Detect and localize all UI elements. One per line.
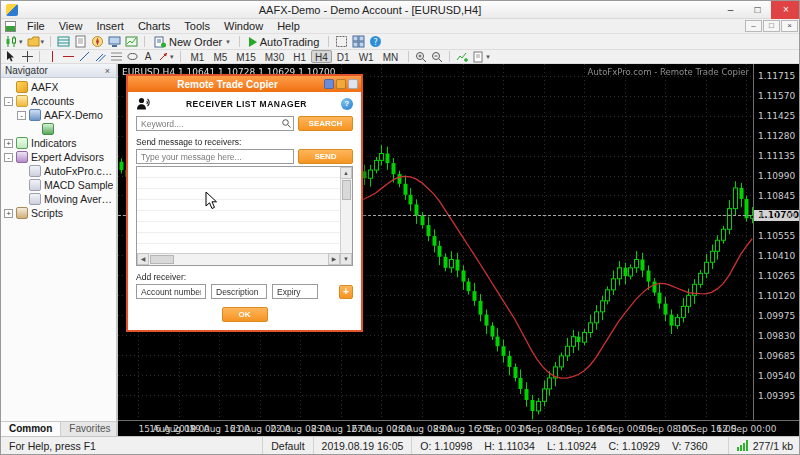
expand-icon[interactable]: +	[4, 209, 13, 218]
collapse-icon[interactable]: -	[4, 97, 13, 106]
expiry-input[interactable]	[272, 284, 318, 299]
expand-icon[interactable]: +	[4, 139, 13, 148]
receiver-listbox[interactable]: ▲ ▼ ◀ ▶	[136, 166, 353, 266]
fibonacci-tool-icon[interactable]	[108, 50, 124, 64]
horizontal-scroll-thumb[interactable]	[150, 255, 174, 264]
chart-minimize-button[interactable]: –	[745, 20, 762, 32]
chart-close-button[interactable]: ×	[781, 20, 798, 32]
scroll-left-icon[interactable]: ◀	[137, 253, 149, 265]
terminal-panel-icon[interactable]	[106, 35, 123, 49]
scroll-up-icon[interactable]: ▲	[340, 167, 352, 179]
search-button[interactable]: SEARCH	[298, 116, 353, 131]
timeframe-m5[interactable]: M5	[209, 50, 231, 63]
help-icon[interactable]: ?	[367, 35, 384, 49]
account-number-input[interactable]	[136, 284, 206, 299]
data-window-icon[interactable]	[72, 35, 89, 49]
timeframe-m30[interactable]: M30	[261, 50, 288, 63]
strategy-tester-icon[interactable]	[123, 35, 140, 49]
tab-common[interactable]: Common	[1, 422, 61, 436]
market-watch-icon[interactable]	[55, 35, 72, 49]
horizontal-scrollbar[interactable]: ◀ ▶	[137, 253, 340, 265]
indicators-list-icon[interactable]	[454, 50, 471, 64]
horizontal-line-tool-icon[interactable]	[60, 50, 76, 64]
timeframe-m15[interactable]: M15	[232, 50, 259, 63]
shapes-tool-icon[interactable]	[124, 50, 140, 64]
minimize-button[interactable]: –	[717, 1, 744, 19]
templates-icon[interactable]: ▾	[471, 50, 492, 64]
tab-favorites[interactable]: Favorites	[61, 422, 119, 436]
menu-file[interactable]: File	[20, 19, 52, 34]
ok-button[interactable]: OK	[222, 307, 268, 322]
navigator-close-icon[interactable]: ×	[103, 66, 112, 76]
navigator-item-account-login[interactable]	[1, 122, 116, 136]
price-axis[interactable]: 1.10700 1.117151.115701.114251.112801.11…	[753, 64, 799, 420]
dialog-minimize-icon[interactable]	[336, 79, 346, 89]
cursor-tool-icon[interactable]	[3, 50, 19, 64]
arrows-tool-icon[interactable]: ▾	[156, 50, 176, 64]
channel-tool-icon[interactable]	[92, 50, 108, 64]
new-chart-icon[interactable]: ▾	[3, 35, 25, 49]
message-input[interactable]	[136, 149, 294, 164]
navigator-item-aafx[interactable]: AAFX	[1, 80, 116, 94]
timeframe-mn[interactable]: MN	[379, 50, 403, 63]
send-button[interactable]: SEND	[298, 149, 353, 164]
price-axis-label: 1.11135	[758, 151, 795, 161]
menu-view[interactable]: View	[52, 19, 90, 34]
timeframe-h4[interactable]: H4	[311, 50, 332, 63]
menu-help[interactable]: Help	[270, 19, 307, 34]
dialog-close-icon[interactable]	[348, 79, 358, 89]
vertical-scroll-thumb[interactable]	[342, 180, 351, 200]
keyword-search-input[interactable]	[136, 116, 294, 131]
dialog-settings-icon[interactable]	[324, 79, 334, 89]
chart-restore-button[interactable]: □	[763, 20, 780, 32]
search-row: SEARCH	[136, 116, 353, 131]
timeframe-d1[interactable]: D1	[333, 50, 354, 63]
menu-charts[interactable]: Charts	[131, 19, 177, 34]
timeframe-h1[interactable]: H1	[289, 50, 310, 63]
menu-insert[interactable]: Insert	[89, 19, 131, 34]
status-profile[interactable]: Default	[263, 437, 313, 455]
navigator-item-macd-sample[interactable]: MACD Sample	[1, 178, 116, 192]
standard-toolbar: ▾ ▾ New Order ▾ AutoTradi	[1, 34, 800, 50]
dialog-help-icon[interactable]: ?	[341, 98, 353, 110]
autotrading-button[interactable]: AutoTrading	[244, 35, 325, 49]
account-icon	[42, 123, 54, 135]
dialog-titlebar[interactable]: Remote Trade Copier	[128, 76, 361, 92]
navigator-item-scripts[interactable]: +Scripts	[1, 206, 116, 220]
message-input-wrap	[136, 149, 294, 164]
price-axis-label: 1.10410	[758, 251, 795, 261]
profiles-icon[interactable]: ▾	[25, 35, 47, 49]
scroll-right-icon[interactable]: ▶	[328, 253, 340, 265]
mouse-cursor	[205, 191, 219, 211]
scroll-down-icon[interactable]: ▼	[340, 253, 352, 265]
timeframe-m1[interactable]: M1	[187, 50, 209, 63]
collapse-icon[interactable]: -	[4, 153, 13, 162]
trendline-tool-icon[interactable]	[76, 50, 92, 64]
status-ohlcv-value: L: 1.10924	[547, 440, 597, 452]
description-input[interactable]	[211, 284, 267, 299]
tile-windows-icon[interactable]	[350, 35, 367, 49]
maximize-button[interactable]: □	[744, 1, 771, 19]
text-tool-icon[interactable]: A	[140, 50, 156, 64]
close-button[interactable]: ×	[771, 1, 800, 19]
add-receiver-button[interactable]: +	[339, 285, 353, 299]
zoom-in-icon[interactable]	[413, 50, 429, 64]
fullscreen-icon[interactable]	[333, 35, 350, 49]
new-order-button[interactable]: New Order ▾	[149, 35, 235, 49]
navigator-item-aafx-demo[interactable]: -AAFX-Demo	[1, 108, 116, 122]
vertical-scrollbar[interactable]: ▲ ▼	[340, 167, 352, 265]
navigator-panel-icon[interactable]	[89, 35, 106, 49]
navigator-item-moving-average[interactable]: Moving Average	[1, 192, 116, 206]
crosshair-tool-icon[interactable]	[19, 50, 35, 64]
menu-tools[interactable]: Tools	[177, 19, 217, 34]
time-axis[interactable]: 15 Aug 201916 Aug 08:0019 Aug 16:0021 Au…	[118, 420, 799, 436]
vertical-line-tool-icon[interactable]	[44, 50, 60, 64]
zoom-out-icon[interactable]	[429, 50, 445, 64]
menu-window[interactable]: Window	[217, 19, 270, 34]
navigator-item-accounts[interactable]: -Accounts	[1, 94, 116, 108]
collapse-icon[interactable]: -	[17, 111, 26, 120]
timeframe-w1[interactable]: W1	[355, 50, 378, 63]
navigator-item-autofxpro[interactable]: AutoFxPro.com - Rer	[1, 164, 116, 178]
navigator-item-indicators[interactable]: +Indicators	[1, 136, 116, 150]
navigator-item-expert-advisors[interactable]: -Expert Advisors	[1, 150, 116, 164]
